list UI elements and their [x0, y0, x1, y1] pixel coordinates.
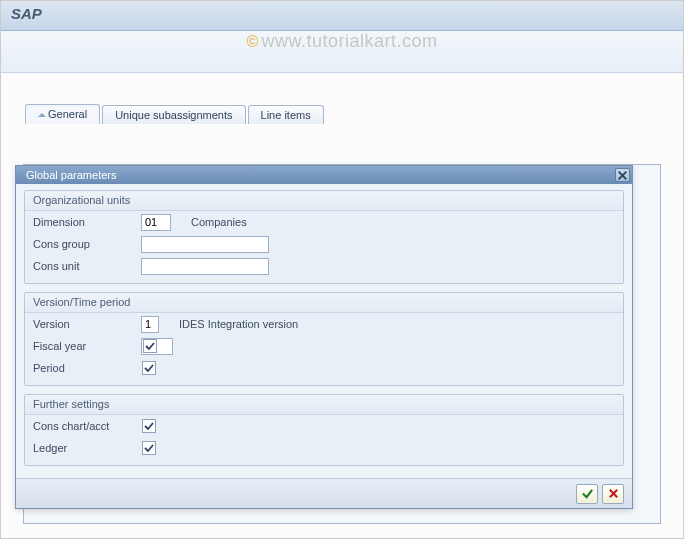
group-further-settings: Further settings Cons chart/acct Ledger: [24, 394, 624, 466]
row-version: Version IDES Integration version: [25, 313, 623, 335]
group-title: Version/Time period: [25, 293, 623, 313]
check-icon: [581, 487, 594, 500]
row-cons-chart-acct: Cons chart/acct: [25, 415, 623, 437]
group-title: Further settings: [25, 395, 623, 415]
cancel-button[interactable]: [602, 484, 624, 504]
check-icon: [144, 363, 154, 373]
app-header: SAP: [1, 1, 683, 31]
cons-unit-input[interactable]: [141, 258, 269, 275]
row-period: Period: [25, 357, 623, 379]
version-input[interactable]: [141, 316, 159, 333]
field-label: Cons unit: [33, 260, 141, 272]
version-description: IDES Integration version: [179, 318, 298, 330]
dialog-footer: [16, 478, 632, 508]
dialog-body: Organizational units Dimension Companies…: [16, 184, 632, 478]
tab-unique-subassignments[interactable]: Unique subassignments: [102, 105, 245, 124]
ok-button[interactable]: [576, 484, 598, 504]
tab-line-items[interactable]: Line items: [248, 105, 324, 124]
tab-indicator-icon: [38, 113, 46, 117]
row-cons-unit: Cons unit: [25, 255, 623, 277]
cons-group-input[interactable]: [141, 236, 269, 253]
field-label: Version: [33, 318, 141, 330]
cons-chart-checkbox[interactable]: [142, 419, 156, 433]
ledger-checkbox[interactable]: [142, 441, 156, 455]
tab-strip: General Unique subassignments Line items: [25, 101, 683, 123]
close-icon: [616, 169, 629, 182]
field-label: Cons group: [33, 238, 141, 250]
tab-label: Unique subassignments: [115, 109, 232, 121]
group-organizational-units: Organizational units Dimension Companies…: [24, 190, 624, 284]
cancel-icon: [607, 487, 620, 500]
app-title: SAP: [11, 5, 42, 22]
field-label: Cons chart/acct: [33, 420, 141, 432]
dimension-input[interactable]: [141, 214, 171, 231]
tab-label: Line items: [261, 109, 311, 121]
dialog-titlebar: Global parameters: [16, 166, 632, 184]
row-cons-group: Cons group: [25, 233, 623, 255]
close-button[interactable]: [615, 168, 630, 182]
dialog-title: Global parameters: [26, 169, 117, 181]
check-icon: [144, 443, 154, 453]
row-dimension: Dimension Companies: [25, 211, 623, 233]
field-label: Ledger: [33, 442, 141, 454]
tab-label: General: [48, 108, 87, 120]
check-icon: [145, 341, 155, 351]
field-label: Dimension: [33, 216, 141, 228]
group-title: Organizational units: [25, 191, 623, 211]
field-label: Period: [33, 362, 141, 374]
group-version-time-period: Version/Time period Version IDES Integra…: [24, 292, 624, 386]
dimension-description: Companies: [191, 216, 247, 228]
period-checkbox[interactable]: [142, 361, 156, 375]
field-label: Fiscal year: [33, 340, 141, 352]
check-icon: [144, 421, 154, 431]
global-parameters-dialog: Global parameters Organizational units D…: [15, 165, 633, 509]
row-ledger: Ledger: [25, 437, 623, 459]
row-fiscal-year: Fiscal year: [25, 335, 623, 357]
fiscal-year-checkbox[interactable]: [143, 339, 157, 353]
tab-general[interactable]: General: [25, 104, 100, 124]
content-area: General Unique subassignments Line items: [1, 73, 683, 123]
app-toolbar: [1, 31, 683, 73]
